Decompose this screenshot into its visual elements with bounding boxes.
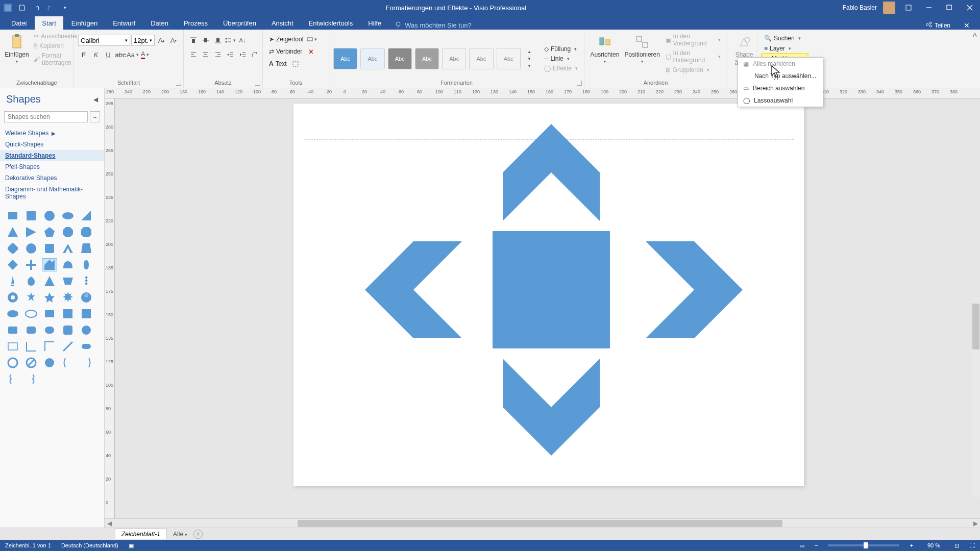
find-button[interactable]: 🔍Suchen: [762, 34, 803, 43]
shape-gallery-item[interactable]: [42, 323, 57, 337]
tab-ansicht[interactable]: Ansicht: [264, 16, 301, 30]
shape-gallery-item[interactable]: [60, 323, 76, 337]
align-bottom-button[interactable]: [212, 35, 224, 46]
shape-gallery-item[interactable]: [60, 242, 76, 255]
effects-button[interactable]: ◯Effekte: [542, 64, 580, 73]
shape-gallery-item[interactable]: [60, 307, 76, 320]
stencil-quick[interactable]: Quick-Shapes: [0, 139, 104, 150]
align-right-button[interactable]: [212, 49, 224, 60]
shapes-search-input[interactable]: [4, 111, 88, 122]
shape-gallery-item[interactable]: [79, 340, 94, 353]
font-size-combo[interactable]: 12pt.▾: [131, 35, 155, 46]
shape-gallery-item[interactable]: [42, 307, 57, 320]
position-button[interactable]: Positionieren▾: [623, 32, 662, 66]
change-case-button[interactable]: Aa: [127, 49, 138, 60]
tab-datei[interactable]: Datei: [4, 16, 34, 30]
zoom-level[interactable]: 90 %: [927, 542, 940, 548]
vscroll-thumb[interactable]: [972, 304, 979, 349]
avatar[interactable]: [883, 2, 895, 14]
style-preset-6[interactable]: Abc: [469, 48, 493, 69]
macro-record-icon[interactable]: ▣: [129, 542, 134, 549]
send-back-button[interactable]: ▢In den Hintergrund: [664, 48, 723, 65]
style-preset-1[interactable]: Abc: [333, 48, 357, 69]
shape-gallery-item[interactable]: [5, 356, 20, 369]
shapes-search-go[interactable]: →: [90, 111, 100, 122]
shape-gallery-item[interactable]: [60, 258, 76, 271]
shape-gallery-item[interactable]: [79, 226, 94, 239]
style-preset-7[interactable]: Abc: [497, 48, 521, 69]
shape-gallery-item[interactable]: [23, 323, 39, 337]
more-shapes-item[interactable]: Weitere Shapes▶: [0, 128, 104, 139]
decrease-indent-button[interactable]: [225, 49, 236, 60]
shape-gallery-item[interactable]: [5, 226, 20, 239]
shape-chevron-right[interactable]: [646, 241, 743, 338]
shape-gallery-item[interactable]: [79, 356, 94, 369]
style-scroll-up[interactable]: ▲: [524, 48, 535, 55]
shape-gallery-item[interactable]: [79, 274, 94, 288]
tab-einfuegen[interactable]: Einfügen: [64, 16, 105, 30]
shape-gallery-item[interactable]: [23, 307, 39, 320]
shape-gallery-item[interactable]: [5, 274, 20, 288]
paste-button[interactable]: Einfügen ▾: [4, 32, 30, 66]
shape-chevron-up[interactable]: [503, 124, 600, 221]
ink-tool-button[interactable]: [290, 58, 301, 69]
tab-daten[interactable]: Daten: [143, 16, 176, 30]
connector-tool-button[interactable]: ⇄Verbinder: [267, 47, 304, 56]
rectangle-tool-button[interactable]: [306, 34, 317, 45]
increase-indent-button[interactable]: [237, 49, 248, 60]
style-preset-4[interactable]: Abc: [415, 48, 439, 69]
drawing-page[interactable]: [293, 104, 804, 486]
text-tool-button[interactable]: AText: [267, 59, 289, 68]
shrink-font-button[interactable]: A▾: [168, 35, 179, 46]
zoom-slider[interactable]: [828, 544, 899, 546]
shape-gallery-item[interactable]: [5, 209, 20, 222]
font-name-combo[interactable]: Calibri▾: [78, 35, 130, 46]
fit-page-icon[interactable]: ⊡: [954, 542, 959, 549]
shape-gallery-item[interactable]: [79, 307, 94, 320]
stencil-arrows[interactable]: Pfeil-Shapes: [0, 161, 104, 172]
shape-gallery-item[interactable]: [60, 340, 76, 353]
font-color-button[interactable]: A: [139, 49, 151, 60]
tab-start[interactable]: Start: [35, 16, 63, 30]
rotate-text-button[interactable]: [249, 49, 260, 60]
stencil-standard[interactable]: Standard-Shapes: [0, 150, 104, 161]
align-button[interactable]: Ausrichten▾: [589, 32, 621, 66]
presentation-mode-icon[interactable]: ▭: [799, 542, 804, 549]
user-name[interactable]: Fabio Basler: [843, 4, 877, 11]
vertical-scrollbar[interactable]: [971, 297, 980, 497]
select-all-item[interactable]: ▦Alles markieren: [738, 58, 823, 70]
shape-gallery-item[interactable]: [5, 258, 20, 271]
shape-chevron-down[interactable]: [503, 359, 600, 456]
style-preset-2[interactable]: Abc: [360, 48, 384, 69]
stencil-diagram[interactable]: Diagramm- und Mathematik-Shapes: [0, 184, 104, 202]
shape-gallery-item[interactable]: [79, 291, 94, 304]
shape-gallery-item[interactable]: [60, 274, 76, 288]
shape-gallery-item[interactable]: [79, 323, 94, 337]
shape-gallery-item[interactable]: [79, 242, 94, 255]
hscroll-thumb[interactable]: [298, 520, 782, 527]
styles-dialog-launcher[interactable]: [577, 81, 582, 86]
fill-button[interactable]: ◇Füllung: [542, 44, 580, 54]
shape-gallery-item[interactable]: [5, 372, 20, 386]
status-language[interactable]: Deutsch (Deutschland): [61, 542, 118, 548]
shape-gallery-item[interactable]: [79, 258, 94, 271]
tab-ueberpruefen[interactable]: Überprüfen: [216, 16, 263, 30]
bold-button[interactable]: F: [78, 49, 89, 60]
tell-me-search[interactable]: Was möchten Sie tun?: [389, 21, 476, 30]
grow-font-button[interactable]: A▴: [156, 35, 167, 46]
strikethrough-button[interactable]: abc: [115, 49, 126, 60]
redo-icon[interactable]: [46, 3, 55, 12]
bring-front-button[interactable]: ▣In den Vordergrund: [664, 32, 723, 48]
connection-point-button[interactable]: ✕: [305, 46, 316, 57]
zoom-out-icon[interactable]: −: [815, 542, 818, 548]
shape-gallery-item[interactable]: [23, 226, 39, 239]
shape-gallery-item[interactable]: [42, 274, 57, 288]
full-screen-icon[interactable]: ⛶: [969, 542, 975, 548]
shape-gallery-item[interactable]: [23, 209, 39, 222]
align-middle-button[interactable]: [200, 35, 211, 46]
shape-gallery-item[interactable]: [23, 274, 39, 288]
close-doc-icon[interactable]: ✕: [958, 21, 976, 30]
style-preset-5[interactable]: Abc: [442, 48, 466, 69]
shape-gallery-item[interactable]: [42, 356, 57, 369]
layer-button[interactable]: ≡Layer: [762, 44, 793, 53]
